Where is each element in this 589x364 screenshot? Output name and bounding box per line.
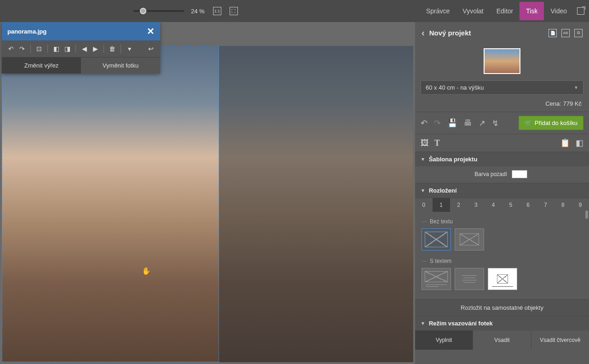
- menu-editor[interactable]: Editor: [490, 2, 520, 20]
- popout-icon[interactable]: [577, 7, 584, 15]
- tab-change-crop[interactable]: Změnit výřez: [2, 57, 81, 74]
- with-text-label: S textem: [422, 255, 583, 266]
- list-icon[interactable]: 📋: [560, 138, 570, 148]
- more-icon[interactable]: ▾: [125, 44, 134, 53]
- refresh-icon[interactable]: ↯: [492, 118, 499, 128]
- chevron-down-icon: ▼: [574, 85, 578, 90]
- panel-toolbar: ↶ ↷ ⊡ ◧ ◨ ◀ ▶ 🗑 ▾ ↩: [2, 40, 160, 57]
- project-thumbnail[interactable]: [484, 48, 520, 74]
- layout-option-1[interactable]: [422, 228, 451, 250]
- tab-swap-photo[interactable]: Vyměnit fotku: [81, 57, 160, 74]
- redo-icon: ↷: [434, 118, 441, 128]
- zoom-slider-thumb[interactable]: [140, 8, 146, 14]
- layout-num-5[interactable]: 5: [502, 198, 520, 212]
- layout-text-option-2[interactable]: [455, 268, 484, 290]
- section-template[interactable]: ▼ Šablona projektu: [415, 152, 589, 166]
- print-icon[interactable]: 🖶: [464, 118, 472, 128]
- layout-num-2[interactable]: 2: [450, 198, 468, 212]
- align-right-icon[interactable]: ▶: [91, 44, 100, 53]
- chevron-down-icon: ▼: [421, 157, 425, 162]
- zoom-percent: 24 %: [191, 8, 205, 15]
- cart-icon: 🛒: [525, 119, 532, 126]
- image-tool-icon[interactable]: 🖼: [421, 138, 429, 148]
- no-text-label: Bez textu: [422, 216, 583, 227]
- layout-num-4[interactable]: 4: [485, 198, 502, 212]
- scrollbar-thumb[interactable]: [585, 210, 588, 219]
- copy-icon[interactable]: ⧉: [574, 29, 583, 37]
- fit-mode-square[interactable]: Vsadit čtvercově: [531, 330, 589, 350]
- add-to-cart-label: Přidat do košíku: [535, 119, 577, 126]
- size-value: 60 x 40 cm - na výšku: [426, 84, 484, 91]
- zoom-controls: 24 % 1:1 ⛶: [133, 7, 238, 15]
- layout-numbers: 0 1 2 3 4 5 6 7 8 9: [415, 198, 589, 212]
- undo-icon[interactable]: ↩: [146, 44, 156, 53]
- price-label: Cena: 779 Kč: [415, 98, 589, 112]
- size-dropdown[interactable]: 60 x 40 cm - na výšku ▼: [421, 80, 583, 95]
- menu-spravce[interactable]: Správce: [420, 2, 456, 20]
- rotate-right-icon[interactable]: ↷: [17, 44, 27, 53]
- ab-icon[interactable]: AB: [561, 29, 570, 37]
- menu-tisk[interactable]: Tisk: [520, 2, 544, 20]
- send-back-icon[interactable]: ◨: [63, 44, 72, 53]
- panel-titlebar[interactable]: panorama.jpg ✕: [2, 22, 160, 40]
- fit-modes: Vyplnit Vsadit Vsadit čtvercově: [415, 330, 589, 350]
- zoom-fit-icon[interactable]: ⛶: [230, 7, 238, 15]
- page-icon[interactable]: 📄: [549, 29, 557, 37]
- template-body: Barva pozadí: [415, 166, 589, 183]
- fit-mode-fit[interactable]: Vsadit: [473, 330, 531, 350]
- layout-num-8[interactable]: 8: [554, 198, 572, 212]
- layout-num-6[interactable]: 6: [520, 198, 537, 212]
- zoom-slider[interactable]: [133, 10, 184, 12]
- layout-body: Bez textu S textem: [415, 212, 589, 299]
- canvas-area[interactable]: ✋ panorama.jpg ✕ ↶ ↷ ⊡ ◧ ◨ ◀ ▶ 🗑 ▾: [0, 22, 415, 364]
- crop-selection[interactable]: [2, 46, 219, 362]
- chevron-down-icon: ▼: [421, 321, 425, 326]
- zoom-11-icon[interactable]: 1:1: [213, 7, 221, 15]
- action-row: ↶ ↷ 💾 🖶 ↗ ↯ 🛒 Přidat do košíku: [415, 112, 589, 134]
- layout-num-3[interactable]: 3: [467, 198, 485, 212]
- thumbnail-area: [415, 44, 589, 80]
- accordion-container: ▼ Šablona projektu Barva pozadí ▼ Rozlož…: [415, 152, 589, 364]
- back-icon[interactable]: ‹: [422, 28, 425, 38]
- hand-cursor-icon: ✋: [142, 267, 151, 275]
- rotate-left-icon[interactable]: ↶: [6, 44, 16, 53]
- layout-text-option-1[interactable]: [422, 268, 451, 290]
- layout-num-1[interactable]: 1: [433, 198, 450, 212]
- layout-text-option-3[interactable]: [488, 268, 517, 290]
- tool-tabs: 🖼 T 📋 ◧: [415, 134, 589, 152]
- section-layout[interactable]: ▼ Rozložení: [415, 183, 589, 198]
- delete-icon[interactable]: 🗑: [108, 44, 117, 53]
- bring-front-icon[interactable]: ◧: [52, 44, 61, 53]
- topbar: 24 % 1:1 ⛶ Správce Vyvolat Editor Tisk V…: [0, 0, 589, 22]
- undo-icon[interactable]: ↶: [421, 118, 427, 128]
- bg-color-label: Barva pozadí: [474, 171, 507, 177]
- sidebar-header: ‹ Nový projekt 📄 AB ⧉: [415, 22, 589, 44]
- add-to-cart-button[interactable]: 🛒 Přidat do košíku: [519, 116, 583, 130]
- bg-color-swatch[interactable]: [512, 170, 527, 178]
- sidebar: ‹ Nový projekt 📄 AB ⧉ 60 x 40 cm - na vý…: [415, 22, 589, 364]
- layout-option-2[interactable]: [455, 228, 484, 250]
- export-icon[interactable]: ↗: [479, 118, 485, 128]
- top-menu: Správce Vyvolat Editor Tisk Video: [420, 2, 584, 20]
- text-tool-icon[interactable]: T: [434, 138, 440, 148]
- split-objects-button[interactable]: Rozložit na samostatné objekty: [415, 299, 589, 316]
- menu-vyvolat[interactable]: Vyvolat: [456, 2, 490, 20]
- layout-num-7[interactable]: 7: [537, 198, 554, 212]
- menu-video[interactable]: Video: [544, 2, 573, 20]
- fit-mode-fill[interactable]: Vyplnit: [415, 330, 473, 350]
- layout-num-0[interactable]: 0: [415, 198, 433, 212]
- project-title: Nový projekt: [429, 29, 549, 37]
- image-panel: panorama.jpg ✕ ↶ ↷ ⊡ ◧ ◨ ◀ ▶ 🗑 ▾ ↩: [2, 22, 160, 74]
- save-icon[interactable]: 💾: [447, 118, 457, 128]
- section-fit-mode[interactable]: ▼ Režim vsazování fotek: [415, 316, 589, 330]
- center-icon[interactable]: ⊡: [35, 44, 44, 53]
- scrollbar[interactable]: [584, 152, 588, 364]
- chevron-down-icon: ▼: [421, 188, 425, 193]
- panel-filename: panorama.jpg: [7, 28, 46, 35]
- align-left-icon[interactable]: ◀: [80, 44, 89, 53]
- close-icon[interactable]: ✕: [147, 26, 155, 37]
- panel-tabs: Změnit výřez Vyměnit fotku: [2, 57, 160, 74]
- eraser-icon[interactable]: ◧: [576, 138, 583, 148]
